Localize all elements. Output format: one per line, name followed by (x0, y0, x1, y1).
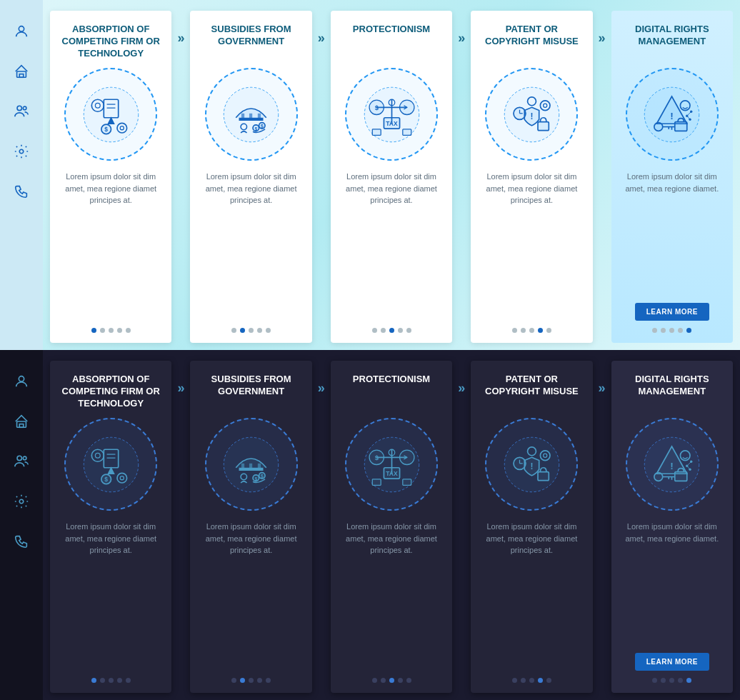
card-title-protectionism-light: PROTECTIONISM (353, 24, 430, 61)
dot-3[interactable] (109, 678, 114, 683)
sidebar-user-icon[interactable] (11, 21, 31, 41)
dot-1[interactable] (91, 678, 96, 683)
learn-more-button-dark[interactable]: LEARN MORE (635, 653, 709, 671)
dot-3[interactable] (529, 328, 534, 333)
dot-5[interactable] (546, 678, 551, 683)
card-title-subsidies-light: SUBSIDIES FROM GOVERNMENT (200, 24, 301, 61)
dot-3[interactable] (389, 678, 394, 683)
dot-1[interactable] (512, 678, 517, 683)
dot-2[interactable] (381, 678, 386, 683)
dot-5[interactable] (686, 678, 691, 683)
svg-rect-61 (19, 424, 24, 428)
dot-2[interactable] (521, 678, 526, 683)
dot-4[interactable] (678, 678, 683, 683)
dot-1[interactable] (652, 678, 657, 683)
dot-3[interactable] (389, 328, 394, 333)
dot-4[interactable] (257, 678, 262, 683)
svg-rect-18 (241, 113, 244, 120)
dot-4[interactable] (678, 328, 683, 333)
dot-5[interactable] (126, 678, 131, 683)
svg-point-3 (17, 106, 21, 110)
svg-point-64 (19, 499, 24, 504)
dot-3[interactable] (669, 328, 674, 333)
dot-2[interactable] (521, 328, 526, 333)
card-protectionism-light: PROTECTIONISM TAX $ (331, 11, 452, 343)
dot-1[interactable] (652, 328, 657, 333)
dot-2[interactable] (100, 328, 105, 333)
dot-5[interactable] (406, 678, 411, 683)
svg-text:!: ! (671, 461, 674, 471)
svg-rect-94 (372, 479, 381, 485)
icon-circle-patent-light: ! (485, 68, 578, 161)
dot-5[interactable] (406, 328, 411, 333)
svg-text:TAX: TAX (386, 469, 398, 476)
dot-4[interactable] (398, 678, 403, 683)
dot-4[interactable] (117, 678, 122, 683)
svg-text:$: $ (374, 454, 379, 461)
dots-protectionism-light (372, 328, 411, 333)
sidebar-users-icon[interactable] (11, 101, 31, 121)
dot-3[interactable] (249, 678, 254, 683)
dot-1[interactable] (231, 328, 236, 333)
card-title-protectionism-dark: PROTECTIONISM (353, 374, 430, 411)
dot-2[interactable] (100, 678, 105, 683)
dot-1[interactable] (231, 678, 236, 683)
svg-rect-20 (258, 113, 261, 120)
sidebar-phone-icon-dark[interactable] (11, 531, 31, 551)
sidebar-users-icon-dark[interactable] (11, 451, 31, 471)
dot-2[interactable] (661, 678, 666, 683)
svg-point-4 (23, 106, 26, 110)
sidebar-home-icon-dark[interactable] (11, 411, 31, 431)
dot-1[interactable] (372, 328, 377, 333)
card-title-digital-dark: DIGITAL RIGHTS MANAGEMENT (621, 374, 723, 411)
sidebar-home-icon[interactable] (11, 61, 31, 81)
dot-3[interactable] (249, 328, 254, 333)
card-protectionism-dark: PROTECTIONISM TAX $ Lorem ipsum (331, 361, 452, 693)
icon-circle-subsidies-light: $ $ (205, 68, 298, 161)
dot-5[interactable] (686, 328, 691, 333)
dot-3[interactable] (529, 678, 534, 683)
sidebar-phone-icon[interactable] (11, 181, 31, 201)
icon-circle-digital-light: ! (626, 68, 719, 161)
dots-patent-dark (512, 678, 551, 683)
svg-rect-79 (258, 463, 261, 470)
card-title-subsidies-dark: SUBSIDIES FROM GOVERNMENT (200, 374, 301, 411)
dot-4[interactable] (538, 678, 543, 683)
svg-text:$: $ (261, 124, 264, 129)
dot-3[interactable] (669, 678, 674, 683)
dot-4[interactable] (538, 328, 543, 333)
card-title-absorption-light: ABSORPTION OF COMPETING FIRM OR TECHNOLO… (60, 24, 161, 61)
dot-1[interactable] (512, 328, 517, 333)
dot-5[interactable] (266, 328, 271, 333)
learn-more-button-light[interactable]: LEARN MORE (635, 303, 709, 321)
card-digital-dark: DIGITAL RIGHTS MANAGEMENT ! (611, 361, 733, 693)
arrow-1-dark: » (177, 361, 184, 693)
svg-text:!: ! (530, 461, 533, 471)
dots-protectionism-dark (372, 678, 411, 683)
dot-2[interactable] (240, 678, 245, 683)
dot-5[interactable] (266, 678, 271, 683)
svg-rect-77 (241, 463, 244, 470)
dot-2[interactable] (381, 328, 386, 333)
icon-circle-subsidies-dark: $ $ (205, 418, 298, 511)
card-absorption-light: ABSORPTION OF COMPETING FIRM OR TECHNOLO… (50, 11, 171, 343)
dot-5[interactable] (546, 328, 551, 333)
dot-4[interactable] (398, 328, 403, 333)
svg-text:$: $ (104, 126, 108, 133)
dot-4[interactable] (117, 328, 122, 333)
sidebar-gear-icon[interactable] (11, 141, 31, 161)
dots-digital-dark (652, 678, 691, 683)
icon-circle-absorption-dark: $ (64, 418, 157, 511)
dot-2[interactable] (240, 328, 245, 333)
dot-2[interactable] (661, 328, 666, 333)
dot-5[interactable] (126, 328, 131, 333)
sidebar-gear-icon-dark[interactable] (11, 491, 31, 511)
dot-3[interactable] (109, 328, 114, 333)
dot-1[interactable] (91, 328, 96, 333)
card-text-patent-dark: Lorem ipsum dolor sit dim amet, mea regi… (481, 521, 582, 671)
card-digital-light: DIGITAL RIGHTS MANAGEMENT ! (611, 11, 733, 343)
dot-1[interactable] (372, 678, 377, 683)
card-text-protectionism-light: Lorem ipsum dolor sit dim amet, mea regi… (341, 171, 442, 321)
sidebar-user-icon-dark[interactable] (11, 371, 31, 391)
dot-4[interactable] (257, 328, 262, 333)
